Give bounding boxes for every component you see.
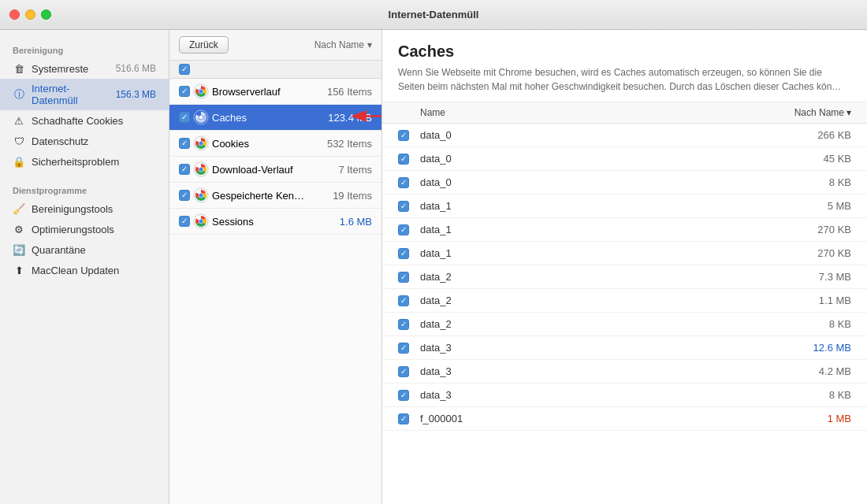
chrome-icon-browserverlauf bbox=[193, 83, 209, 99]
right-list-item[interactable]: data_27.3 MB bbox=[382, 265, 867, 289]
warning-icon: ⚠ bbox=[13, 114, 25, 127]
right-item-checkbox[interactable] bbox=[398, 224, 409, 235]
sidebar-label-macclean-updaten: MacClean Updaten bbox=[32, 265, 156, 276]
svg-point-13 bbox=[199, 168, 203, 172]
right-item-size: 8 KB bbox=[829, 389, 851, 401]
right-list-item[interactable]: data_34.2 MB bbox=[382, 360, 867, 384]
label-browserverlauf: Browserverlauf bbox=[212, 86, 324, 98]
right-item-name: f_000001 bbox=[420, 413, 828, 424]
checkbox-cookies[interactable] bbox=[179, 138, 190, 149]
right-list: data_0266 KBdata_045 KBdata_08 KBdata_15… bbox=[382, 124, 867, 504]
right-item-checkbox[interactable] bbox=[398, 390, 409, 401]
right-item-checkbox-col bbox=[398, 319, 420, 330]
middle-item-browserverlauf[interactable]: Browserverlauf 156 Items bbox=[169, 79, 381, 105]
sidebar-item-macclean-updaten[interactable]: ⬆ MacClean Updaten bbox=[0, 260, 169, 280]
sidebar-size-internet-datenmuell: 156.3 MB bbox=[116, 89, 156, 100]
right-item-name: data_3 bbox=[420, 389, 829, 401]
sidebar-item-optimierungstools[interactable]: ⚙ Optimierungstools bbox=[0, 219, 169, 239]
right-item-name: data_2 bbox=[420, 295, 819, 306]
middle-item-gespeicherte-ken[interactable]: Gespeicherte Ken… 19 Items bbox=[169, 183, 381, 209]
right-item-size: 5 MB bbox=[828, 200, 851, 212]
optimize-icon: ⚙ bbox=[13, 223, 25, 235]
middle-item-sessions[interactable]: Sessions 1.6 MB bbox=[169, 209, 381, 235]
right-item-name: data_0 bbox=[420, 176, 829, 188]
right-list-item[interactable]: data_0266 KB bbox=[382, 124, 867, 147]
header-checkbox[interactable] bbox=[179, 64, 196, 75]
sidebar-item-schadhafte-cookies[interactable]: ⚠ Schadhafte Cookies bbox=[0, 110, 169, 131]
right-list-item[interactable]: data_045 KB bbox=[382, 147, 867, 171]
right-item-checkbox[interactable] bbox=[398, 319, 409, 330]
size-browserverlauf: 156 Items bbox=[327, 86, 372, 98]
sidebar-label-optimierungstools: Optimierungstools bbox=[32, 224, 156, 235]
right-item-size: 7.3 MB bbox=[819, 271, 851, 283]
middle-item-download-verlauf[interactable]: Download-Verlauf 7 Items bbox=[169, 157, 381, 183]
minimize-button[interactable] bbox=[25, 9, 35, 20]
middle-item-caches[interactable]: Caches 123.4 MB bbox=[169, 105, 381, 131]
close-button[interactable] bbox=[9, 9, 20, 20]
sidebar-item-bereinigungstools[interactable]: 🧹 Bereinigungstools bbox=[0, 198, 169, 219]
middle-item-cookies[interactable]: Cookies 532 Items bbox=[169, 131, 381, 157]
right-item-checkbox[interactable] bbox=[398, 130, 409, 141]
maximize-button[interactable] bbox=[41, 9, 51, 20]
sidebar-label-quarantaene: Quarantäne bbox=[32, 244, 156, 256]
chrome-icon-sessions bbox=[193, 213, 209, 229]
right-list-item[interactable]: data_21.1 MB bbox=[382, 289, 867, 313]
info-icon: ⓘ bbox=[13, 88, 25, 101]
sidebar-item-quarantaene[interactable]: 🔄 Quarantäne bbox=[0, 239, 169, 260]
right-item-checkbox[interactable] bbox=[398, 272, 409, 283]
right-list-item[interactable]: data_15 MB bbox=[382, 195, 867, 218]
right-item-name: data_1 bbox=[420, 247, 817, 259]
right-item-size: 45 KB bbox=[824, 153, 851, 165]
right-item-checkbox-col bbox=[398, 177, 420, 188]
label-sessions: Sessions bbox=[212, 216, 337, 228]
right-list-item[interactable]: data_08 KB bbox=[382, 171, 867, 195]
back-button[interactable]: Zurück bbox=[179, 36, 229, 54]
right-item-checkbox[interactable] bbox=[398, 177, 409, 188]
right-item-size: 8 KB bbox=[829, 318, 851, 330]
middle-panel: Zurück Nach Name ▾ bbox=[169, 30, 382, 504]
right-header-sort[interactable]: Nach Name ▾ bbox=[794, 107, 851, 118]
sidebar-item-datenschutz[interactable]: 🛡 Datenschutz bbox=[0, 131, 169, 151]
right-sort-chevron-icon: ▾ bbox=[847, 107, 851, 118]
right-panel-title: Caches bbox=[398, 43, 851, 61]
right-list-item[interactable]: data_1270 KB bbox=[382, 218, 867, 242]
right-list-item[interactable]: data_1270 KB bbox=[382, 242, 867, 265]
middle-panel-header: Zurück Nach Name ▾ bbox=[169, 30, 381, 61]
sort-label-text: Nach Name bbox=[314, 39, 364, 50]
right-item-checkbox[interactable] bbox=[398, 295, 409, 306]
sidebar-item-sicherheitsproblem[interactable]: 🔒 Sicherheitsproblem bbox=[0, 151, 169, 172]
sidebar-item-internet-datenmuell[interactable]: ⓘ Internet-Datenmüll 156.3 MB bbox=[0, 79, 169, 110]
right-list-item[interactable]: data_312.6 MB bbox=[382, 336, 867, 360]
svg-point-19 bbox=[199, 220, 203, 224]
sidebar-section-bereinigung: Bereinigung bbox=[0, 39, 169, 58]
main-layout: Bereinigung 🗑 Systemreste 516.6 MB ⓘ Int… bbox=[0, 30, 867, 504]
upload-icon: ⬆ bbox=[13, 264, 25, 276]
checkbox-gespeicherte-ken[interactable] bbox=[179, 190, 190, 201]
right-sort-label: Nach Name bbox=[794, 107, 844, 118]
right-list-item[interactable]: data_28 KB bbox=[382, 313, 867, 336]
select-all-checkbox[interactable] bbox=[179, 64, 190, 75]
middle-column-header bbox=[169, 61, 381, 79]
right-item-size: 8 KB bbox=[829, 176, 851, 188]
size-sessions: 1.6 MB bbox=[340, 216, 372, 228]
checkbox-sessions[interactable] bbox=[179, 216, 190, 227]
checkbox-caches[interactable] bbox=[179, 112, 190, 123]
right-item-checkbox[interactable] bbox=[398, 201, 409, 212]
right-item-name: data_2 bbox=[420, 318, 829, 330]
right-item-checkbox[interactable] bbox=[398, 248, 409, 259]
right-item-checkbox[interactable] bbox=[398, 154, 409, 165]
right-item-checkbox[interactable] bbox=[398, 413, 409, 424]
checkbox-download-verlauf[interactable] bbox=[179, 164, 190, 175]
window-title: Internet-Datenmüll bbox=[389, 9, 479, 20]
sidebar-item-systemreste[interactable]: 🗑 Systemreste 516.6 MB bbox=[0, 58, 169, 79]
right-item-name: data_1 bbox=[420, 200, 828, 212]
right-item-checkbox[interactable] bbox=[398, 343, 409, 354]
svg-point-6 bbox=[199, 116, 203, 120]
size-gespeicherte-ken: 19 Items bbox=[333, 190, 372, 202]
checkbox-browserverlauf[interactable] bbox=[179, 86, 190, 97]
size-cookies: 532 Items bbox=[327, 138, 372, 150]
right-item-checkbox[interactable] bbox=[398, 366, 409, 377]
chrome-icon-gespeicherte-ken bbox=[193, 187, 209, 203]
right-list-item[interactable]: f_0000011 MB bbox=[382, 407, 867, 431]
right-list-item[interactable]: data_38 KB bbox=[382, 384, 867, 407]
